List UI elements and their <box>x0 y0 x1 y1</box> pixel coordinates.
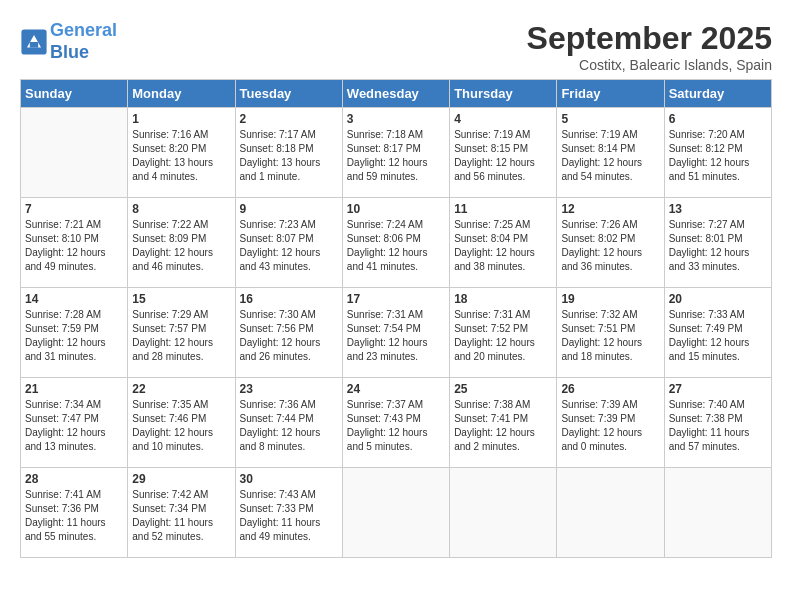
day-number: 21 <box>25 382 123 396</box>
day-header-tuesday: Tuesday <box>235 80 342 108</box>
day-number: 27 <box>669 382 767 396</box>
day-info: Sunrise: 7:25 AM Sunset: 8:04 PM Dayligh… <box>454 218 552 274</box>
day-number: 29 <box>132 472 230 486</box>
logo-icon <box>20 28 48 56</box>
calendar-cell: 27Sunrise: 7:40 AM Sunset: 7:38 PM Dayli… <box>664 378 771 468</box>
day-info: Sunrise: 7:19 AM Sunset: 8:15 PM Dayligh… <box>454 128 552 184</box>
calendar-cell: 20Sunrise: 7:33 AM Sunset: 7:49 PM Dayli… <box>664 288 771 378</box>
day-number: 10 <box>347 202 445 216</box>
day-info: Sunrise: 7:29 AM Sunset: 7:57 PM Dayligh… <box>132 308 230 364</box>
day-number: 23 <box>240 382 338 396</box>
day-info: Sunrise: 7:23 AM Sunset: 8:07 PM Dayligh… <box>240 218 338 274</box>
month-title: September 2025 <box>527 20 772 57</box>
day-header-thursday: Thursday <box>450 80 557 108</box>
day-info: Sunrise: 7:40 AM Sunset: 7:38 PM Dayligh… <box>669 398 767 454</box>
calendar-cell: 3Sunrise: 7:18 AM Sunset: 8:17 PM Daylig… <box>342 108 449 198</box>
calendar-cell: 1Sunrise: 7:16 AM Sunset: 8:20 PM Daylig… <box>128 108 235 198</box>
week-row-2: 14Sunrise: 7:28 AM Sunset: 7:59 PM Dayli… <box>21 288 772 378</box>
day-number: 25 <box>454 382 552 396</box>
day-info: Sunrise: 7:43 AM Sunset: 7:33 PM Dayligh… <box>240 488 338 544</box>
page-header: General Blue September 2025 Costitx, Bal… <box>20 20 772 73</box>
day-info: Sunrise: 7:32 AM Sunset: 7:51 PM Dayligh… <box>561 308 659 364</box>
day-header-saturday: Saturday <box>664 80 771 108</box>
calendar-cell: 7Sunrise: 7:21 AM Sunset: 8:10 PM Daylig… <box>21 198 128 288</box>
day-number: 12 <box>561 202 659 216</box>
day-number: 9 <box>240 202 338 216</box>
calendar-cell: 10Sunrise: 7:24 AM Sunset: 8:06 PM Dayli… <box>342 198 449 288</box>
day-info: Sunrise: 7:20 AM Sunset: 8:12 PM Dayligh… <box>669 128 767 184</box>
day-number: 26 <box>561 382 659 396</box>
calendar-cell: 19Sunrise: 7:32 AM Sunset: 7:51 PM Dayli… <box>557 288 664 378</box>
day-number: 8 <box>132 202 230 216</box>
logo: General Blue <box>20 20 117 63</box>
day-headers-row: SundayMondayTuesdayWednesdayThursdayFrid… <box>21 80 772 108</box>
day-info: Sunrise: 7:39 AM Sunset: 7:39 PM Dayligh… <box>561 398 659 454</box>
calendar-cell: 26Sunrise: 7:39 AM Sunset: 7:39 PM Dayli… <box>557 378 664 468</box>
day-info: Sunrise: 7:41 AM Sunset: 7:36 PM Dayligh… <box>25 488 123 544</box>
day-info: Sunrise: 7:30 AM Sunset: 7:56 PM Dayligh… <box>240 308 338 364</box>
calendar-cell: 30Sunrise: 7:43 AM Sunset: 7:33 PM Dayli… <box>235 468 342 558</box>
day-number: 22 <box>132 382 230 396</box>
calendar-cell: 24Sunrise: 7:37 AM Sunset: 7:43 PM Dayli… <box>342 378 449 468</box>
day-info: Sunrise: 7:19 AM Sunset: 8:14 PM Dayligh… <box>561 128 659 184</box>
calendar-cell: 25Sunrise: 7:38 AM Sunset: 7:41 PM Dayli… <box>450 378 557 468</box>
day-number: 4 <box>454 112 552 126</box>
day-number: 16 <box>240 292 338 306</box>
calendar-cell: 8Sunrise: 7:22 AM Sunset: 8:09 PM Daylig… <box>128 198 235 288</box>
calendar-cell <box>664 468 771 558</box>
day-info: Sunrise: 7:16 AM Sunset: 8:20 PM Dayligh… <box>132 128 230 184</box>
calendar-cell: 22Sunrise: 7:35 AM Sunset: 7:46 PM Dayli… <box>128 378 235 468</box>
week-row-1: 7Sunrise: 7:21 AM Sunset: 8:10 PM Daylig… <box>21 198 772 288</box>
calendar-cell: 21Sunrise: 7:34 AM Sunset: 7:47 PM Dayli… <box>21 378 128 468</box>
day-number: 13 <box>669 202 767 216</box>
day-number: 14 <box>25 292 123 306</box>
day-header-friday: Friday <box>557 80 664 108</box>
day-number: 24 <box>347 382 445 396</box>
logo-line1: General <box>50 20 117 40</box>
day-number: 7 <box>25 202 123 216</box>
day-number: 3 <box>347 112 445 126</box>
day-info: Sunrise: 7:28 AM Sunset: 7:59 PM Dayligh… <box>25 308 123 364</box>
day-info: Sunrise: 7:17 AM Sunset: 8:18 PM Dayligh… <box>240 128 338 184</box>
calendar-cell <box>342 468 449 558</box>
day-info: Sunrise: 7:31 AM Sunset: 7:52 PM Dayligh… <box>454 308 552 364</box>
day-number: 17 <box>347 292 445 306</box>
day-number: 5 <box>561 112 659 126</box>
day-number: 2 <box>240 112 338 126</box>
week-row-3: 21Sunrise: 7:34 AM Sunset: 7:47 PM Dayli… <box>21 378 772 468</box>
day-number: 18 <box>454 292 552 306</box>
week-row-0: 1Sunrise: 7:16 AM Sunset: 8:20 PM Daylig… <box>21 108 772 198</box>
day-info: Sunrise: 7:18 AM Sunset: 8:17 PM Dayligh… <box>347 128 445 184</box>
day-header-monday: Monday <box>128 80 235 108</box>
day-header-wednesday: Wednesday <box>342 80 449 108</box>
day-info: Sunrise: 7:24 AM Sunset: 8:06 PM Dayligh… <box>347 218 445 274</box>
day-header-sunday: Sunday <box>21 80 128 108</box>
calendar-cell: 5Sunrise: 7:19 AM Sunset: 8:14 PM Daylig… <box>557 108 664 198</box>
calendar-body: 1Sunrise: 7:16 AM Sunset: 8:20 PM Daylig… <box>21 108 772 558</box>
calendar-cell: 18Sunrise: 7:31 AM Sunset: 7:52 PM Dayli… <box>450 288 557 378</box>
calendar-cell <box>557 468 664 558</box>
week-row-4: 28Sunrise: 7:41 AM Sunset: 7:36 PM Dayli… <box>21 468 772 558</box>
calendar-cell: 4Sunrise: 7:19 AM Sunset: 8:15 PM Daylig… <box>450 108 557 198</box>
day-info: Sunrise: 7:33 AM Sunset: 7:49 PM Dayligh… <box>669 308 767 364</box>
day-info: Sunrise: 7:34 AM Sunset: 7:47 PM Dayligh… <box>25 398 123 454</box>
day-number: 19 <box>561 292 659 306</box>
day-number: 28 <box>25 472 123 486</box>
day-info: Sunrise: 7:38 AM Sunset: 7:41 PM Dayligh… <box>454 398 552 454</box>
logo-text: General Blue <box>50 20 117 63</box>
day-number: 11 <box>454 202 552 216</box>
title-block: September 2025 Costitx, Balearic Islands… <box>527 20 772 73</box>
location: Costitx, Balearic Islands, Spain <box>527 57 772 73</box>
calendar-cell: 16Sunrise: 7:30 AM Sunset: 7:56 PM Dayli… <box>235 288 342 378</box>
day-info: Sunrise: 7:35 AM Sunset: 7:46 PM Dayligh… <box>132 398 230 454</box>
logo-line2: Blue <box>50 42 117 64</box>
calendar-cell <box>450 468 557 558</box>
day-info: Sunrise: 7:22 AM Sunset: 8:09 PM Dayligh… <box>132 218 230 274</box>
calendar-cell: 11Sunrise: 7:25 AM Sunset: 8:04 PM Dayli… <box>450 198 557 288</box>
calendar-cell: 9Sunrise: 7:23 AM Sunset: 8:07 PM Daylig… <box>235 198 342 288</box>
calendar-cell: 13Sunrise: 7:27 AM Sunset: 8:01 PM Dayli… <box>664 198 771 288</box>
calendar-cell: 6Sunrise: 7:20 AM Sunset: 8:12 PM Daylig… <box>664 108 771 198</box>
calendar-cell: 14Sunrise: 7:28 AM Sunset: 7:59 PM Dayli… <box>21 288 128 378</box>
calendar-cell <box>21 108 128 198</box>
calendar-cell: 28Sunrise: 7:41 AM Sunset: 7:36 PM Dayli… <box>21 468 128 558</box>
